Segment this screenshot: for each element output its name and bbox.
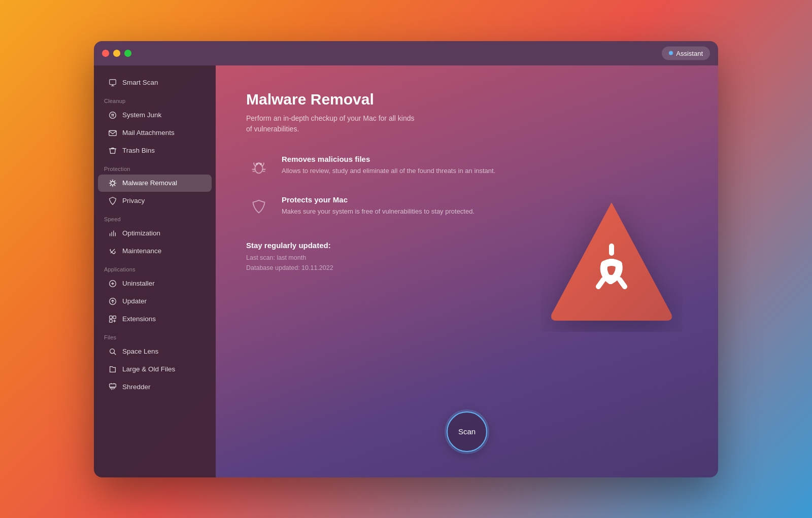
sidebar-item-malware-removal[interactable]: Malware Removal (98, 175, 212, 192)
sidebar-item-system-junk[interactable]: System Junk (98, 107, 212, 124)
shredder-label: Shredder (122, 383, 151, 391)
scan-button[interactable]: Scan (447, 411, 487, 452)
sidebar-item-uninstaller[interactable]: Uninstaller (98, 275, 212, 292)
feature-list: Removes malicious files Allows to review… (246, 155, 500, 221)
maximize-button[interactable] (124, 50, 131, 57)
svg-line-24 (114, 353, 116, 355)
feature-desc-protects: Makes sure your system is free of vulner… (282, 206, 475, 217)
sidebar-item-privacy[interactable]: Privacy (98, 192, 212, 210)
assistant-dot-icon (669, 51, 673, 55)
page-subtitle: Perform an in-depth checkup of your Mac … (246, 113, 419, 134)
uninstaller-label: Uninstaller (122, 280, 155, 287)
privacy-label: Privacy (122, 197, 145, 204)
svg-rect-22 (110, 319, 112, 322)
maintenance-label: Maintenance (122, 247, 161, 255)
feature-text-protects: Protects your Mac Makes sure your system… (282, 195, 475, 217)
svg-rect-20 (110, 316, 112, 318)
section-label-cleanup: Cleanup (94, 92, 216, 106)
content-area: Malware Removal Perform an in-depth chec… (216, 65, 718, 477)
scan-button-wrap: Scan (447, 411, 487, 452)
large-files-icon (108, 365, 117, 374)
traffic-lights (102, 50, 131, 57)
malware-removal-label: Malware Removal (122, 179, 177, 187)
sidebar-item-large-old-files[interactable]: Large & Old Files (98, 361, 212, 378)
svg-point-5 (111, 181, 114, 185)
feature-title-malicious: Removes malicious files (282, 155, 495, 163)
sidebar-item-extensions[interactable]: Extensions (98, 310, 212, 328)
sidebar-item-mail-attachments[interactable]: Mail Attachments (98, 124, 212, 142)
bug-icon (246, 155, 272, 180)
svg-line-12 (114, 180, 116, 182)
svg-point-23 (110, 349, 115, 353)
feature-desc-malicious: Allows to review, study and eliminate al… (282, 166, 495, 176)
maintenance-icon (108, 247, 117, 256)
extensions-icon (108, 315, 117, 324)
sidebar: Smart Scan Cleanup System Junk (94, 65, 216, 477)
trash-bins-label: Trash Bins (122, 147, 155, 154)
mail-icon (108, 128, 117, 137)
sidebar-item-shredder[interactable]: Shredder (98, 378, 212, 396)
svg-rect-0 (110, 79, 116, 84)
svg-rect-25 (110, 384, 116, 387)
main-area: Smart Scan Cleanup System Junk (94, 65, 718, 477)
updater-icon (108, 297, 117, 306)
section-label-protection: Protection (94, 160, 216, 174)
space-lens-icon (108, 347, 117, 356)
section-label-applications: Applications (94, 260, 216, 274)
sidebar-item-space-lens[interactable]: Space Lens (98, 343, 212, 360)
close-button[interactable] (102, 50, 109, 57)
sidebar-item-maintenance[interactable]: Maintenance (98, 243, 212, 260)
large-old-files-label: Large & Old Files (122, 365, 175, 373)
smart-scan-label: Smart Scan (122, 79, 158, 86)
minimize-button[interactable] (113, 50, 120, 57)
biohazard-graphic (535, 182, 688, 344)
trash-icon (108, 146, 117, 155)
shredder-icon (108, 383, 117, 392)
system-junk-icon (108, 111, 117, 120)
sidebar-item-smart-scan[interactable]: Smart Scan (98, 74, 212, 91)
optimization-icon (108, 229, 117, 238)
app-window: Assistant Smart Scan Cleanup (94, 41, 718, 477)
privacy-icon (108, 196, 117, 205)
sidebar-item-updater[interactable]: Updater (98, 293, 212, 310)
section-label-speed: Speed (94, 210, 216, 224)
system-junk-label: System Junk (122, 111, 161, 119)
feature-text-malicious: Removes malicious files Allows to review… (282, 155, 495, 176)
space-lens-label: Space Lens (122, 348, 158, 355)
mail-attachments-label: Mail Attachments (122, 129, 175, 136)
malware-icon (108, 179, 117, 188)
svg-rect-4 (109, 130, 116, 135)
feature-title-protects: Protects your Mac (282, 195, 475, 204)
feature-item-malicious: Removes malicious files Allows to review… (246, 155, 500, 180)
section-label-files: Files (94, 328, 216, 342)
updater-label: Updater (122, 297, 147, 305)
svg-rect-21 (113, 316, 116, 318)
extensions-label: Extensions (122, 315, 156, 323)
svg-point-26 (255, 163, 262, 173)
svg-line-11 (114, 184, 116, 186)
svg-line-10 (110, 180, 112, 182)
sidebar-item-optimization[interactable]: Optimization (98, 225, 212, 242)
feature-item-protects: Protects your Mac Makes sure your system… (246, 195, 500, 221)
uninstaller-icon (108, 279, 117, 288)
sidebar-item-trash-bins[interactable]: Trash Bins (98, 142, 212, 159)
optimization-label: Optimization (122, 229, 160, 237)
title-bar: Assistant (94, 41, 718, 65)
svg-point-3 (110, 112, 116, 118)
svg-line-13 (110, 184, 112, 186)
assistant-button[interactable]: Assistant (662, 46, 710, 60)
page-title: Malware Removal (246, 91, 688, 108)
assistant-label: Assistant (676, 49, 703, 57)
smart-scan-icon (108, 78, 117, 87)
shield-icon (246, 195, 272, 221)
